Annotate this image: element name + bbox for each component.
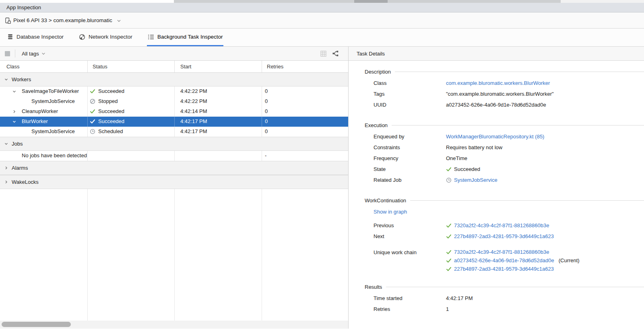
retries-cell: 0 — [265, 88, 268, 94]
continuation-rows: Previous 7320a2f2-4c39-4c2f-87f1-8812688… — [365, 220, 644, 242]
detail-label: Tags — [374, 91, 446, 97]
stop-inspection-icon[interactable] — [5, 51, 10, 56]
succeeded-check-icon — [90, 88, 95, 94]
status-cell: Stopped — [98, 98, 118, 104]
task-details-header: Task Details — [349, 47, 644, 61]
constraints-value: Requires battery not low — [446, 144, 502, 150]
section-results: Results — [365, 284, 644, 290]
group-row-workers[interactable]: Workers — [0, 73, 348, 86]
work-chain-entry: 7320a2f2-4c39-4c2f-87f1-881268860b3e — [446, 249, 580, 255]
tool-window-titlebar: App Inspection — [0, 3, 644, 12]
table-row[interactable]: SaveImageToFileWorker Succeeded 4:42:22 … — [0, 86, 348, 97]
related-job-link[interactable]: SystemJobService — [454, 177, 497, 183]
uuid-value: a0273452-626e-4a06-9d1e-78d6d52dad0e — [446, 102, 546, 108]
detail-row-uuid: UUID a0273452-626e-4a06-9d1e-78d6d52dad0… — [365, 99, 644, 110]
task-details-content: Description Class com.example.bluromatic… — [349, 61, 644, 329]
column-divider — [87, 61, 88, 72]
status-cell: Succeeded — [98, 88, 124, 94]
detail-label: Frequency — [374, 155, 446, 161]
group-row-alarms[interactable]: Alarms — [0, 161, 348, 175]
work-chain-link[interactable]: a0273452-626e-4a06-9d1e-78d6d52dad0e — [454, 257, 554, 263]
device-process-selector[interactable]: Pixel 6 API 33 > com.example.bluromatic — [0, 12, 644, 29]
next-work-link[interactable]: 227b4897-2ad3-4281-9579-3d6449c1a623 — [454, 233, 554, 239]
retries-cell: 0 — [265, 98, 268, 104]
tags-filter-dropdown[interactable]: All tags — [20, 50, 47, 58]
work-chain-link[interactable]: 227b4897-2ad3-4281-9579-3d6449c1a623 — [454, 266, 554, 272]
section-heading: Results — [365, 284, 382, 290]
scrollbar-thumb[interactable] — [2, 322, 71, 327]
group-label: WakeLocks — [12, 179, 39, 185]
detail-label: State — [374, 166, 446, 172]
detail-label: Previous — [374, 222, 446, 228]
current-marker: (Current) — [559, 257, 580, 263]
tags-value: "com.example.bluromatic.workers.BlurWork… — [446, 91, 554, 97]
inspector-tab-bar: Database Inspector Network Inspector Bac… — [0, 29, 644, 47]
network-icon — [79, 34, 85, 40]
frequency-value: OneTime — [446, 155, 467, 161]
detail-row-enqueued-by: Enqueued by WorkManagerBluromaticReposit… — [365, 131, 644, 142]
start-cell: 4:42:22 PM — [180, 98, 207, 104]
table-row[interactable]: CleanupWorker Succeeded 4:42:14 PM 0 — [0, 107, 348, 117]
table-row[interactable]: No jobs have been detected - — [0, 151, 348, 161]
window-top-strip — [0, 0, 644, 3]
group-label: Workers — [12, 76, 31, 82]
succeeded-check-icon — [446, 167, 452, 172]
enqueued-by-link[interactable]: WorkManagerBluromaticRepository.kt (85) — [446, 134, 544, 140]
table-row[interactable]: SystemJobService Stopped 4:42:22 PM 0 — [0, 97, 348, 107]
detail-label: Unique work chain — [374, 249, 446, 255]
table-row-selected[interactable]: BlurWorker Succeeded 4:42:17 PM 0 — [0, 117, 348, 127]
succeeded-check-icon — [446, 258, 452, 263]
detail-row-next: Next 227b4897-2ad3-4281-9579-3d6449c1a62… — [365, 231, 644, 242]
detail-row-time-started: Time started 4:42:17 PM — [365, 293, 644, 304]
tab-label: Database Inspector — [17, 34, 64, 40]
group-label: Alarms — [12, 165, 28, 171]
chevron-right-icon[interactable] — [12, 109, 17, 114]
previous-work-link[interactable]: 7320a2f2-4c39-4c2f-87f1-881268860b3e — [454, 222, 549, 228]
detail-label: UUID — [374, 102, 446, 108]
strip-segment — [354, 0, 388, 3]
chevron-down-icon[interactable] — [12, 89, 17, 94]
start-cell: 4:42:14 PM — [180, 108, 207, 114]
tab-network-inspector[interactable]: Network Inspector — [78, 29, 133, 46]
work-chain-entry: a0273452-626e-4a06-9d1e-78d6d52dad0e (Cu… — [446, 257, 580, 263]
device-process-label: Pixel 6 API 33 > com.example.bluromatic — [13, 17, 112, 23]
start-cell: 4:42:22 PM — [180, 88, 207, 94]
show-in-graph-row: Show in graph — [365, 209, 644, 215]
column-header-start: Start — [180, 64, 191, 70]
show-in-graph-link[interactable]: Show in graph — [374, 209, 407, 215]
worker-class-cell: SystemJobService — [31, 98, 87, 104]
tab-background-task-inspector[interactable]: Background Task Inspector — [147, 29, 224, 46]
group-label: Jobs — [12, 141, 23, 147]
table-view-icon[interactable] — [320, 51, 326, 57]
task-details-title: Task Details — [357, 51, 385, 57]
graph-view-icon[interactable] — [332, 50, 339, 57]
chevron-right-icon — [4, 180, 8, 184]
retries-cell: 0 — [265, 128, 268, 134]
section-description: Description — [365, 69, 644, 75]
horizontal-scrollbar[interactable] — [0, 321, 348, 329]
table-toolbar: All tags — [0, 47, 348, 61]
work-chain-link[interactable]: 7320a2f2-4c39-4c2f-87f1-881268860b3e — [454, 249, 549, 255]
group-row-jobs[interactable]: Jobs — [0, 137, 348, 151]
start-cell: 4:42:17 PM — [180, 118, 207, 124]
detail-row-class: Class com.example.bluromatic.workers.Blu… — [365, 78, 644, 88]
tab-label: Background Task Inspector — [157, 34, 223, 40]
toolbar-separator — [15, 49, 15, 58]
section-heading: WorkContinuation — [365, 197, 406, 204]
class-link[interactable]: com.example.bluromatic.workers.BlurWorke… — [446, 80, 550, 86]
group-row-wakelocks[interactable]: WakeLocks — [0, 175, 348, 189]
task-table-panel: All tags — [0, 47, 349, 329]
detail-label: Time started — [374, 295, 446, 301]
tab-database-inspector[interactable]: Database Inspector — [6, 29, 64, 46]
start-cell: 4:42:17 PM — [180, 128, 207, 134]
chevron-down-icon[interactable] — [12, 119, 17, 124]
strip-segment — [174, 0, 354, 3]
section-execution: Execution — [365, 122, 644, 128]
detail-label: Constraints — [374, 144, 446, 150]
detail-row-frequency: Frequency OneTime — [365, 153, 644, 164]
table-column-headers: Class Status Start Retries — [0, 61, 348, 73]
table-row[interactable]: SystemJobService Scheduled 4:42:17 PM 0 — [0, 127, 348, 137]
succeeded-check-icon — [90, 109, 95, 114]
state-value: Succeeded — [454, 166, 480, 172]
chevron-right-icon — [4, 166, 8, 170]
